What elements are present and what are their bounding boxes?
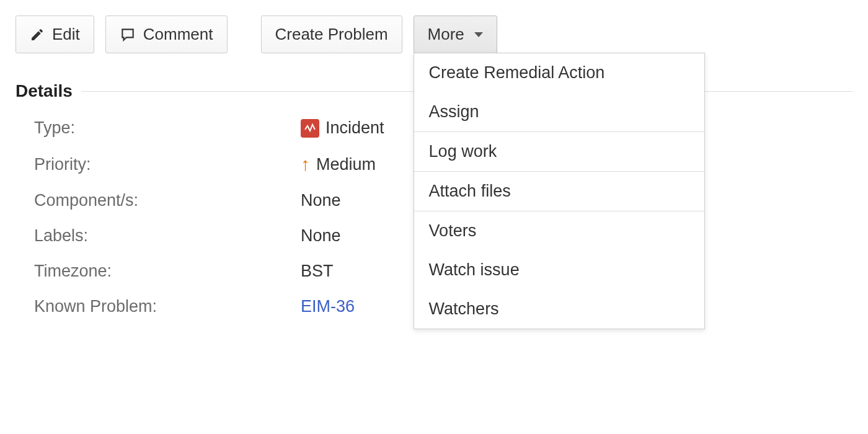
field-value: None	[301, 191, 341, 210]
field-value: Incident	[301, 118, 384, 138]
field-value: None	[301, 226, 341, 246]
more-menu-item[interactable]: Assign	[414, 92, 704, 131]
edit-button[interactable]: Edit	[16, 16, 94, 53]
issue-toolbar: Edit Comment Create Problem More Create …	[16, 16, 852, 53]
field-value: BST	[301, 262, 334, 281]
field-label: Labels:	[34, 226, 301, 246]
comment-button[interactable]: Comment	[105, 16, 228, 53]
more-menu-item[interactable]: Log work	[414, 132, 704, 171]
field-value-text: EIM-36	[301, 297, 355, 316]
field-label: Known Problem:	[34, 297, 301, 316]
comment-button-label: Comment	[143, 25, 213, 44]
caret-down-icon	[474, 32, 483, 37]
more-menu-item[interactable]: Watch issue	[414, 250, 704, 290]
more-dropdown-menu: Create Remedial ActionAssignLog workAtta…	[414, 53, 705, 329]
more-menu-item[interactable]: Watchers	[414, 290, 704, 329]
field-value-text: Incident	[326, 118, 384, 138]
incident-icon	[301, 119, 319, 138]
details-title-text: Details	[16, 81, 73, 101]
comment-icon	[120, 27, 136, 43]
field-value-link[interactable]: EIM-36	[301, 297, 355, 316]
field-label: Component/s:	[34, 191, 301, 210]
more-button[interactable]: More	[414, 16, 497, 53]
field-label: Type:	[34, 118, 301, 138]
more-menu-item[interactable]: Voters	[414, 211, 704, 250]
field-label: Priority:	[34, 155, 301, 174]
field-value-text: None	[301, 191, 341, 210]
field-value: ↑Medium	[301, 154, 376, 175]
priority-up-icon: ↑	[301, 154, 310, 175]
more-button-label: More	[428, 25, 464, 44]
more-dropdown-wrap: More Create Remedial ActionAssignLog wor…	[414, 16, 497, 53]
create-problem-button[interactable]: Create Problem	[261, 16, 402, 53]
field-value-text: None	[301, 226, 341, 246]
pencil-icon	[30, 27, 45, 42]
create-problem-label: Create Problem	[275, 25, 388, 44]
more-menu-item[interactable]: Attach files	[414, 172, 704, 211]
field-value-text: BST	[301, 262, 334, 281]
edit-button-label: Edit	[52, 25, 80, 44]
more-menu-item[interactable]: Create Remedial Action	[414, 53, 704, 92]
field-label: Timezone:	[34, 262, 301, 281]
field-value-text: Medium	[316, 155, 376, 174]
